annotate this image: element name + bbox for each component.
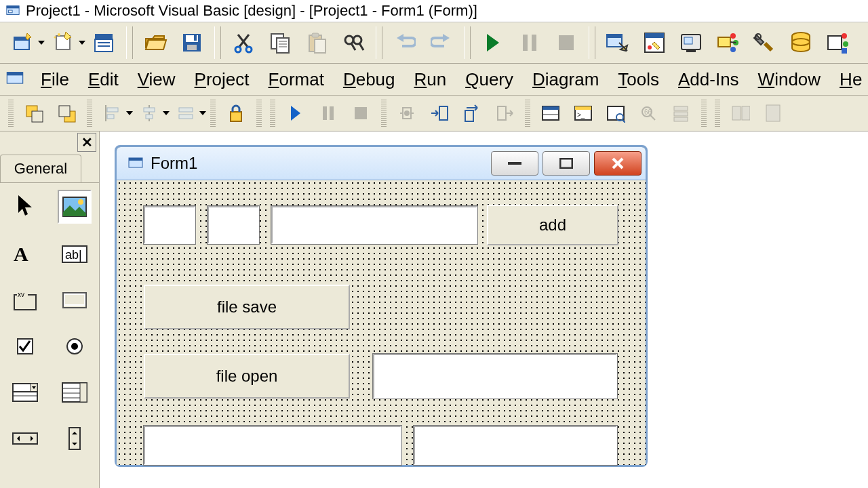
toolbar-grip[interactable] (210, 100, 216, 127)
report-icon (760, 100, 787, 127)
svg-rect-39 (684, 37, 692, 44)
toolbar-grip[interactable] (8, 100, 14, 127)
save-icon[interactable] (177, 28, 207, 58)
form-minimize-button[interactable] (491, 151, 538, 176)
step-over-icon[interactable] (458, 100, 486, 127)
form-client-area[interactable]: add file save file open (117, 180, 646, 465)
send-to-back-icon[interactable] (53, 100, 80, 127)
menu-tools[interactable]: Tools (608, 68, 669, 92)
toolbox-tab-general[interactable]: General (0, 155, 81, 182)
add-form-icon[interactable] (48, 28, 78, 58)
toolbar-grip[interactable] (87, 100, 92, 127)
watch-window-icon[interactable] (602, 100, 629, 127)
menu-help[interactable]: He (830, 68, 868, 92)
frame-tool-icon[interactable]: xv (9, 285, 41, 316)
textbox-control[interactable] (271, 206, 477, 244)
toolbox-icon[interactable] (749, 28, 779, 58)
step-out-icon (491, 100, 518, 127)
add-project-icon[interactable] (7, 28, 37, 58)
locals-window-icon[interactable] (537, 100, 564, 127)
mdi-child-icon[interactable] (5, 69, 24, 89)
dropdown-icon[interactable] (126, 98, 133, 128)
svg-rect-15 (194, 35, 197, 41)
cut-icon[interactable] (229, 28, 258, 58)
form-maximize-button[interactable] (542, 151, 590, 176)
textbox-control[interactable] (144, 206, 195, 244)
menu-diagram[interactable]: Diagram (523, 68, 608, 92)
immediate-window-icon[interactable]: >_ (570, 100, 597, 127)
dropdown-icon[interactable] (163, 98, 170, 128)
component-manager-icon[interactable] (823, 28, 852, 58)
step-into-icon[interactable] (426, 100, 453, 127)
svg-rect-108 (13, 392, 37, 401)
pointer-tool-icon[interactable] (9, 190, 41, 221)
start-icon[interactable] (478, 28, 508, 58)
bring-to-front-icon[interactable] (20, 100, 47, 127)
menu-view[interactable]: View (128, 68, 185, 92)
label-tool-icon[interactable]: A (9, 239, 41, 270)
commandbutton-tool-icon[interactable] (59, 285, 90, 316)
svg-rect-102 (64, 294, 85, 305)
start-icon[interactable] (282, 100, 309, 127)
menu-edit[interactable]: Edit (79, 68, 128, 92)
project-explorer-icon[interactable] (603, 28, 633, 58)
data-view-icon[interactable] (786, 28, 816, 58)
menu-format[interactable]: Format (259, 68, 334, 92)
vscrollbar-tool-icon[interactable] (59, 423, 90, 454)
dropdown-icon[interactable] (199, 98, 206, 128)
dropdown-icon[interactable] (38, 28, 45, 58)
combobox-tool-icon[interactable] (9, 377, 41, 408)
form-close-button[interactable] (594, 151, 642, 176)
picturebox-tool-icon[interactable] (58, 190, 92, 224)
toolbar-grip[interactable] (715, 100, 720, 127)
textbox-control[interactable] (414, 426, 617, 465)
file-save-button[interactable]: file save (144, 285, 350, 329)
lock-controls-icon[interactable] (222, 100, 250, 127)
menu-window[interactable]: Window (749, 68, 830, 92)
separator (126, 26, 133, 59)
svg-rect-65 (179, 108, 193, 112)
hscrollbar-tool-icon[interactable] (9, 423, 41, 454)
svg-point-6 (58, 33, 60, 36)
object-browser-icon[interactable] (713, 28, 743, 58)
listbox-tool-icon[interactable] (59, 377, 90, 408)
toolbar-grip[interactable] (701, 100, 707, 127)
menu-editor-icon[interactable] (89, 28, 119, 58)
form-layout-icon[interactable] (676, 28, 706, 58)
file-open-button[interactable]: file open (144, 354, 350, 399)
toolbar-grip[interactable] (256, 100, 262, 127)
textbox-tool-icon[interactable]: ab| (59, 239, 90, 270)
menu-debug[interactable]: Debug (334, 68, 405, 92)
checkbox-tool-icon[interactable] (9, 331, 41, 362)
toolbar-grip[interactable] (381, 100, 387, 127)
menu-run[interactable]: Run (405, 68, 456, 92)
toolbar-grip[interactable] (270, 100, 275, 127)
svg-point-105 (71, 343, 78, 350)
menu-project[interactable]: Project (185, 68, 259, 92)
textbox-control[interactable] (373, 354, 617, 399)
svg-text:A: A (14, 243, 28, 265)
form-designer-surface[interactable]: Form1 add file save file open (100, 131, 868, 488)
svg-point-94 (78, 199, 83, 205)
add-button[interactable]: add (487, 205, 618, 245)
menu-query[interactable]: Query (456, 68, 523, 92)
svg-rect-73 (465, 110, 473, 121)
end-icon (551, 28, 581, 58)
find-icon[interactable] (338, 28, 368, 58)
design-form-window[interactable]: Form1 add file save file open (115, 145, 648, 467)
toolbox-close-button[interactable]: ✕ (77, 133, 96, 152)
svg-line-45 (730, 42, 736, 43)
optionbutton-tool-icon[interactable] (59, 331, 90, 362)
copy-icon[interactable] (265, 28, 295, 58)
menu-file[interactable]: File (31, 68, 79, 92)
menu-addins[interactable]: Add-Ins (669, 68, 749, 92)
svg-text:xv: xv (18, 291, 24, 298)
properties-window-icon[interactable] (639, 28, 669, 58)
textbox-control[interactable] (144, 426, 401, 465)
dropdown-icon[interactable] (79, 28, 85, 58)
toolbar-grip[interactable] (525, 100, 530, 127)
form-titlebar[interactable]: Form1 (117, 147, 646, 180)
open-icon[interactable] (140, 28, 170, 58)
svg-rect-30 (523, 35, 528, 51)
textbox-control[interactable] (208, 206, 259, 244)
